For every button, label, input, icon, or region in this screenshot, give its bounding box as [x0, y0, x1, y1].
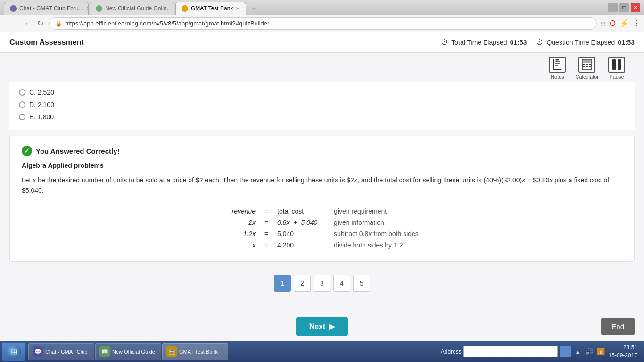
svg-rect-6	[583, 60, 591, 63]
equation-row-3: 1.2x = 5,040 subtract 0.8x from both sid…	[222, 229, 422, 239]
svg-rect-8	[586, 64, 588, 65]
pause-icon	[608, 57, 625, 73]
radio-d[interactable]	[19, 101, 25, 108]
svg-rect-4	[556, 59, 559, 60]
radio-c[interactable]	[19, 89, 25, 96]
flash-icon[interactable]: ⚡	[619, 19, 629, 28]
tray-network-icon[interactable]: 📶	[597, 348, 605, 355]
notes-tool[interactable]: Notes	[549, 57, 566, 80]
question-time-item: ⏱ Question Time Elapsed 01:53	[536, 38, 635, 47]
calculator-label: Calculator	[575, 74, 599, 80]
equation-row-2: 2x = 0.8x + 5,040 given information	[222, 218, 422, 227]
taskbar-icon-2: 📖	[99, 346, 110, 357]
page-btn-1[interactable]: 1	[274, 275, 291, 292]
radio-e[interactable]	[19, 114, 25, 120]
answer-option-d[interactable]: D. 2,100	[19, 99, 625, 111]
eq-left-4: x	[222, 240, 259, 250]
eq-right-4: 4,200	[273, 240, 330, 250]
back-button[interactable]: ←	[4, 17, 16, 30]
eq-right-2: 0.8x + 5,040	[273, 218, 330, 227]
tab-icon-chat	[10, 5, 17, 12]
page-btn-4[interactable]: 4	[333, 275, 350, 292]
address-tray-label: Address	[441, 348, 462, 355]
eq-desc-4: divide both sides by 1.2	[330, 240, 422, 250]
bookmark-icon[interactable]: ☆	[600, 19, 606, 28]
feedback-correct: ✓ You Answered Correctly!	[22, 146, 622, 156]
refresh-button[interactable]: ↻	[34, 17, 46, 30]
start-icon: ⊞	[7, 345, 21, 359]
next-label: Next	[309, 322, 326, 331]
tab-label-chat: Chat - GMAT Club Foru...	[19, 5, 83, 12]
eq-op-3: =	[259, 229, 273, 239]
clock-icon-question: ⏱	[536, 38, 544, 47]
tray-speaker-icon[interactable]: 🔊	[585, 348, 593, 355]
next-button[interactable]: Next ▶	[296, 317, 348, 336]
calculator-tool[interactable]: Calculator	[575, 57, 599, 80]
eq-desc-2: given information	[330, 218, 422, 227]
svg-rect-7	[583, 64, 585, 65]
question-time-value: 01:53	[618, 39, 635, 46]
tray-up-icon[interactable]: ▲	[575, 348, 581, 355]
window-maximize[interactable]: □	[619, 3, 629, 12]
window-close[interactable]: ✕	[631, 3, 640, 12]
tab-official-guide[interactable]: New Official Guide Onlin... ✕	[90, 2, 174, 15]
feedback-box: ✓ You Answered Correctly! Algebra Applie…	[9, 136, 635, 262]
start-button[interactable]: ⊞	[2, 343, 25, 361]
pause-label: Pause	[609, 74, 624, 80]
address-tray-input[interactable]	[463, 346, 558, 357]
timer-section: ⏱ Total Time Elapsed 01:53 ⏱ Question Ti…	[441, 38, 635, 47]
address-text: https://app.efficientlearning.com/pv5/v8…	[65, 20, 269, 27]
tab-chat[interactable]: Chat - GMAT Club Foru... ✕	[4, 2, 89, 15]
taskbar-icon-1: 💬	[33, 346, 43, 357]
taskbar-label-2: New Official Guide	[112, 349, 155, 354]
app-header: Custom Assessment ⏱ Total Time Elapsed 0…	[0, 32, 644, 53]
clock-time: 23:51	[609, 344, 637, 352]
total-time-item: ⏱ Total Time Elapsed 01:53	[441, 38, 527, 47]
page-btn-3[interactable]: 3	[314, 275, 330, 292]
svg-rect-10	[583, 66, 585, 67]
notes-label: Notes	[551, 74, 564, 80]
explanation-text: Let x be the desired number of units to …	[22, 175, 622, 196]
taskbar-icon-3: 🏦	[166, 346, 177, 357]
window-minimize[interactable]: ─	[608, 3, 618, 12]
main-content: Notes Calculator	[0, 53, 644, 312]
eq-left-2: 2x	[222, 218, 259, 227]
equation-row-4: x = 4,200 divide both sides by 1.2	[222, 240, 422, 250]
answer-option-e[interactable]: E. 1,800	[19, 111, 625, 123]
tab-icon-testbank	[182, 5, 188, 12]
tray-clock: 23:51 15-09-2017	[609, 344, 637, 360]
eq-op-4: =	[259, 240, 273, 250]
taskbar-tray: Address → ▲ 🔊 📶 23:51 15-09-2017	[436, 344, 642, 360]
pagination: 1 2 3 4 5	[9, 267, 635, 296]
calculator-icon	[578, 57, 595, 73]
answer-option-c[interactable]: C. 2,520	[19, 86, 625, 99]
answer-label-d: D. 2,100	[29, 101, 54, 108]
eq-desc-1: given requirement	[330, 206, 422, 216]
taskbar-item-2[interactable]: 📖 New Official Guide	[95, 343, 161, 360]
menu-icon[interactable]: ⋮	[633, 19, 640, 28]
next-arrow-icon: ▶	[329, 322, 335, 331]
svg-rect-9	[589, 64, 591, 65]
total-time-value: 01:53	[510, 39, 527, 46]
browser-toolbar: ← → ↻ 🔒 https://app.efficientlearning.co…	[0, 15, 644, 32]
tab-label-guide: New Official Guide Onlin...	[105, 5, 172, 12]
address-go-button[interactable]: →	[560, 346, 571, 357]
eq-left-1: revenue	[222, 206, 259, 216]
taskbar-item-1[interactable]: 💬 Chat - GMAT Club	[28, 343, 94, 360]
page-btn-2[interactable]: 2	[294, 275, 311, 292]
tab-close-testbank[interactable]: ✕	[236, 6, 240, 12]
pause-tool[interactable]: Pause	[608, 57, 625, 80]
opera-icon[interactable]: O	[610, 19, 616, 28]
topic-label: Algebra Applied problems	[22, 162, 622, 169]
toolbar-icons: ☆ O ⚡ ⋮	[600, 19, 640, 28]
page-btn-5[interactable]: 5	[353, 275, 370, 292]
address-bar[interactable]: 🔒 https://app.efficientlearning.com/pv5/…	[49, 17, 597, 30]
tab-gmat-testbank[interactable]: GMAT Test Bank ✕	[175, 2, 246, 15]
tab-close-chat[interactable]: ✕	[86, 6, 89, 12]
tab-label-testbank: GMAT Test Bank	[191, 5, 233, 12]
new-tab-button[interactable]: +	[247, 2, 260, 15]
taskbar-item-3[interactable]: 🏦 GMAT Test Bank	[162, 343, 228, 360]
svg-rect-11	[586, 66, 588, 67]
end-button[interactable]: End	[601, 318, 635, 335]
forward-button[interactable]: →	[19, 17, 31, 30]
